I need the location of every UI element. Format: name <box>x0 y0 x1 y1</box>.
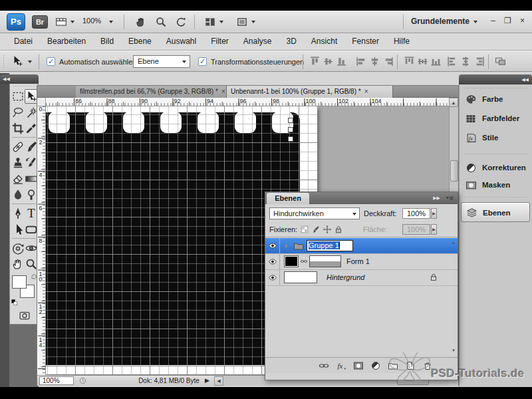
dock-panel-farbfelder[interactable]: Farbfelder <box>461 112 530 126</box>
menu-bild[interactable]: Bild <box>93 33 121 50</box>
visibility-toggle[interactable] <box>265 238 280 253</box>
dock-panel-korrekturen[interactable]: Korrekturen <box>461 162 530 175</box>
align-left-edges-button[interactable] <box>356 56 367 67</box>
dock-panel-stile[interactable]: fxStile <box>461 132 530 145</box>
menu-fenster[interactable]: Fenster <box>344 33 386 50</box>
visibility-toggle[interactable] <box>265 254 280 269</box>
layer-name-edit-field[interactable]: Gruppe 1 <box>307 240 353 251</box>
visibility-toggle[interactable] <box>265 270 280 285</box>
layers-panel-tab[interactable]: Ebenen <box>267 193 309 204</box>
menu-bearbeiten[interactable]: Bearbeiten <box>40 33 93 50</box>
tool-preset-dropdown-arrow[interactable] <box>28 61 32 63</box>
layer-row-form-1[interactable]: Form 1 <box>265 254 458 270</box>
auto-select-checkbox[interactable]: ✓ <box>47 57 55 66</box>
menu-auswahl[interactable]: Auswahl <box>159 33 203 50</box>
arrange-documents-dropdown-arrow[interactable] <box>219 21 223 23</box>
zoom-level-select[interactable]: 100% <box>82 17 120 27</box>
horizontal-ruler[interactable]: 86889092949698100102104 <box>46 98 449 106</box>
dodge-tool[interactable] <box>25 188 38 202</box>
minimize-button[interactable]: – <box>487 17 499 27</box>
magic-wand-tool[interactable] <box>25 105 38 120</box>
distribute-right-edges-button[interactable] <box>473 56 485 67</box>
default-colors-icon[interactable] <box>11 299 18 306</box>
pen-tool[interactable] <box>11 206 25 221</box>
screen-mode-dropdown-arrow[interactable] <box>251 21 255 23</box>
lock-position-icon[interactable] <box>323 225 332 234</box>
tab-close-icon[interactable]: × <box>221 86 225 97</box>
dock-panel-farbe[interactable]: Farbe <box>461 93 530 106</box>
menu-3d[interactable]: 3D <box>279 33 304 50</box>
scroll-left-arrow[interactable]: ◀ <box>214 376 223 386</box>
lock-transparent-icon[interactable] <box>300 225 309 234</box>
tools-panel-header[interactable]: ◀◀ <box>0 74 39 84</box>
status-zoom-field[interactable]: 100% <box>39 376 74 385</box>
distribute-bottom-edges-button[interactable] <box>430 56 442 67</box>
delete-layer-icon[interactable] <box>422 360 433 371</box>
layer-name[interactable]: Form 1 <box>346 257 370 265</box>
blur-tool[interactable] <box>11 188 25 202</box>
status-flyout-button[interactable]: ▶ <box>205 377 209 384</box>
adjustment-layer-icon[interactable] <box>370 360 381 371</box>
layers-scrollbar[interactable]: ▲ ▼ <box>450 238 458 357</box>
dock-panel-ebenen[interactable]: Ebenen <box>461 202 530 222</box>
layers-scroll-down[interactable]: ▼ <box>450 347 458 354</box>
distribute-top-edges-button[interactable] <box>404 56 415 67</box>
layers-scroll-up[interactable]: ▲ <box>450 239 458 247</box>
opacity-spinner[interactable]: ▶ <box>431 208 437 219</box>
view-extras-icon[interactable] <box>55 16 68 28</box>
link-layers-icon[interactable] <box>319 360 329 371</box>
opacity-field[interactable]: 100% <box>402 208 430 219</box>
transform-handle-top-right[interactable] <box>288 118 293 123</box>
lock-pixels-icon[interactable] <box>311 225 321 234</box>
menu-analyse[interactable]: Analyse <box>236 33 279 50</box>
mask-link-icon[interactable] <box>300 257 308 265</box>
screen-mode-icon[interactable] <box>235 16 249 28</box>
move-tool[interactable] <box>25 89 38 104</box>
layer-row-hintergrund[interactable]: Hintergrund <box>265 270 458 286</box>
menu-filter[interactable]: Filter <box>203 33 236 50</box>
rectangular-marquee-tool[interactable] <box>11 89 25 104</box>
align-bottom-edges-button[interactable] <box>336 56 347 67</box>
zoom-dropdown-arrow[interactable] <box>109 21 113 23</box>
hand-tool[interactable] <box>11 257 25 271</box>
align-vertical-centers-button[interactable] <box>323 56 334 67</box>
bridge-button[interactable]: Br <box>32 15 48 29</box>
layer-style-icon[interactable]: fx <box>336 360 346 371</box>
workspace-dropdown-arrow[interactable] <box>473 21 477 23</box>
new-layer-icon[interactable] <box>405 360 416 371</box>
menu-datei[interactable]: Datei <box>7 33 40 50</box>
menu-hilfe[interactable]: Hilfe <box>386 33 417 50</box>
distribute-left-edges-button[interactable] <box>447 56 458 67</box>
tools-panel-gripper[interactable] <box>13 85 35 87</box>
vertical-ruler[interactable]: 02468101214 <box>37 106 46 375</box>
blend-mode-dropdown[interactable]: Hindurchwirken <box>269 207 360 219</box>
rounded-rectangle-tool[interactable] <box>25 222 38 237</box>
layer-thumbnail[interactable] <box>284 271 317 283</box>
3d-rotate-tool[interactable] <box>11 241 25 255</box>
photoshop-logo[interactable]: Ps <box>7 13 25 31</box>
vertical-scrollbar[interactable]: ▲ <box>449 98 458 192</box>
clone-stamp-tool[interactable] <box>11 156 25 170</box>
quick-mask-button[interactable] <box>16 310 33 321</box>
lock-all-icon[interactable] <box>334 225 343 234</box>
layer-mask-icon[interactable] <box>353 360 364 371</box>
gradient-tool[interactable] <box>25 172 38 186</box>
align-right-edges-button[interactable] <box>382 56 394 67</box>
foreground-color-swatch[interactable] <box>12 275 27 289</box>
hand-icon[interactable] <box>134 16 148 28</box>
align-horizontal-centers-button[interactable] <box>369 56 380 67</box>
history-brush-tool[interactable] <box>25 156 38 170</box>
dock-panel-masken[interactable]: Masken <box>461 179 530 192</box>
3d-orbit-tool[interactable] <box>25 241 38 255</box>
dock-gripper[interactable] <box>464 87 527 89</box>
menu-ebene[interactable]: Ebene <box>121 33 159 50</box>
crop-tool[interactable] <box>11 121 25 136</box>
workspace-selector[interactable]: Grundelemente <box>411 17 469 26</box>
distribute-vertical-centers-button[interactable] <box>417 56 428 67</box>
path-selection-tool[interactable] <box>11 222 25 237</box>
dock-header[interactable]: ◀◀ <box>459 74 532 84</box>
tab-close-icon[interactable]: × <box>364 86 368 97</box>
zoom-icon[interactable] <box>154 16 168 28</box>
menu-ansicht[interactable]: Ansicht <box>304 33 344 50</box>
panel-collapse-icon[interactable]: ▶▶ <box>433 196 440 201</box>
